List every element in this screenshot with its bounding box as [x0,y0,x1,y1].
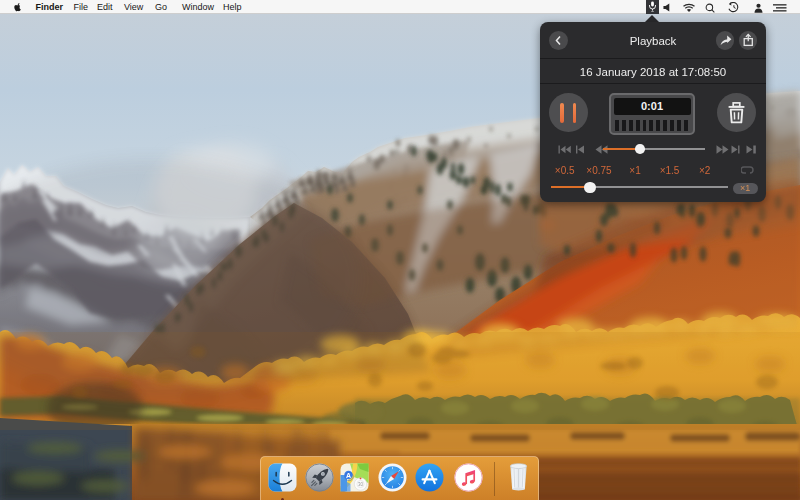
svg-text:A: A [346,472,351,479]
svg-text:30: 30 [358,482,364,487]
